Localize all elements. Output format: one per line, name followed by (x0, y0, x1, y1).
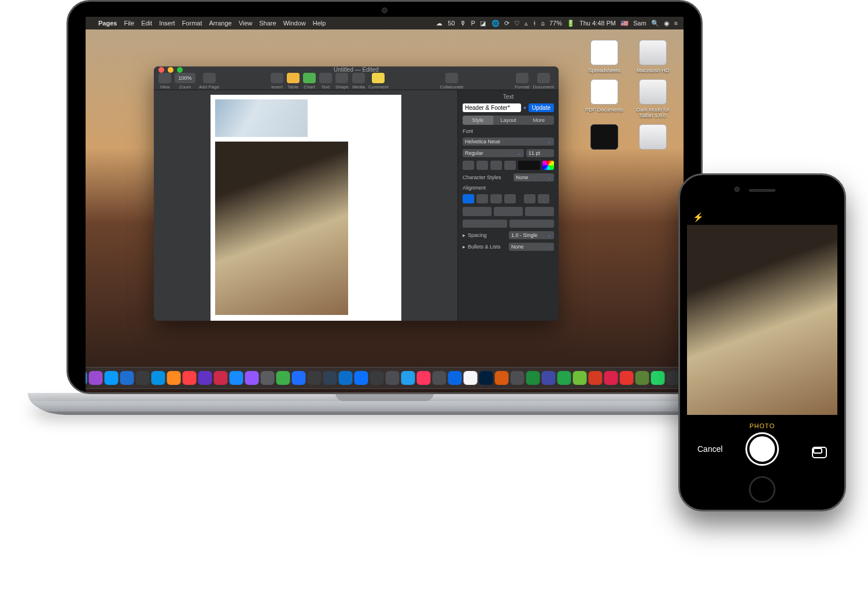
dock-app-27[interactable] (495, 371, 509, 385)
strike-button[interactable] (504, 161, 516, 170)
valign-top-button[interactable] (463, 207, 492, 216)
font-family-select[interactable]: Helvetica Neue⌄ (463, 138, 554, 146)
menu-arrange[interactable]: Arrange (209, 20, 231, 27)
indent-left-field[interactable] (463, 220, 507, 228)
dock-app-37[interactable] (651, 371, 665, 385)
dock-app-17[interactable] (339, 371, 353, 385)
menubar-app-name[interactable]: Pages (98, 20, 117, 27)
align-right-button[interactable] (490, 194, 502, 203)
dock-app-16[interactable] (323, 371, 337, 385)
dock-app-21[interactable] (401, 371, 415, 385)
dock-app-6[interactable] (167, 371, 181, 385)
toolbar-view[interactable]: View (158, 73, 171, 90)
desktop-item-pdf-documents[interactable]: PDF Documents (584, 79, 625, 118)
toolbar-chart[interactable]: Chart (303, 73, 316, 90)
inserted-image-1[interactable] (215, 99, 308, 137)
desktop-item-app[interactable] (584, 124, 625, 152)
spotlight-icon[interactable]: 🔍 (651, 20, 659, 27)
dock-app-18[interactable] (354, 371, 368, 385)
dock-app-2[interactable] (105, 371, 119, 385)
toolbar-add-page[interactable]: Add Page (199, 73, 219, 90)
dock-app-20[interactable] (386, 371, 400, 385)
heart-icon[interactable]: ♡ (514, 20, 520, 27)
align-center-button[interactable] (477, 194, 488, 203)
wifi-icon[interactable]: ⩍ (541, 20, 545, 27)
cancel-button[interactable]: Cancel (697, 444, 723, 454)
sync-icon[interactable]: ⟳ (504, 20, 509, 27)
switch-camera-icon[interactable] (812, 447, 827, 458)
font-size-field[interactable]: 11 pt (526, 149, 554, 157)
dock-app-19[interactable] (370, 371, 384, 385)
dock-app-14[interactable] (292, 371, 306, 385)
menu-insert[interactable]: Insert (159, 20, 175, 27)
dock-app-28[interactable] (511, 371, 525, 385)
toolbar-zoom[interactable]: 100%Zoom (175, 73, 195, 90)
menu-file[interactable]: File (124, 20, 134, 27)
menu-share[interactable]: Share (259, 20, 276, 27)
toolbar-insert[interactable]: Insert (271, 73, 283, 90)
tab-layout[interactable]: Layout (493, 116, 524, 125)
valign-middle-button[interactable] (494, 207, 523, 216)
paragraph-style-select[interactable]: Header & Footer* (463, 103, 521, 112)
toolbar-table[interactable]: Table (287, 73, 300, 90)
color-picker-icon[interactable] (542, 161, 554, 170)
p-icon[interactable]: P (471, 20, 475, 27)
cloud-icon[interactable]: ☁ (436, 20, 443, 27)
toolbar-media[interactable]: Media (352, 73, 365, 90)
menu-window[interactable]: Window (283, 20, 306, 27)
toolbar-format[interactable]: Format (515, 73, 529, 90)
notification-center-icon[interactable]: ≡ (674, 20, 678, 27)
inserted-image-2[interactable] (215, 142, 348, 315)
dock-app-15[interactable] (308, 371, 322, 385)
pages-canvas[interactable] (154, 90, 457, 321)
paragraph-style-chevron-icon[interactable]: ▾ (523, 105, 526, 111)
menu-edit[interactable]: Edit (141, 20, 152, 27)
toolbar-comment[interactable]: Comment (368, 73, 389, 90)
menu-format[interactable]: Format (182, 20, 202, 27)
bold-button[interactable] (463, 161, 474, 170)
tab-style[interactable]: Style (463, 116, 493, 125)
dock-app-4[interactable] (136, 371, 150, 385)
window-titlebar[interactable]: Untitled — Edited (154, 66, 559, 73)
char-styles-select[interactable]: None⌄ (514, 173, 554, 181)
camera-viewfinder[interactable] (687, 225, 837, 415)
battery-icon[interactable]: 🔋 (567, 20, 575, 27)
battery-percent[interactable]: 77% (549, 20, 562, 27)
iphone-home-button[interactable] (749, 476, 775, 503)
dock-app-11[interactable] (245, 371, 259, 385)
bluetooth-icon[interactable]: ᚼ (533, 20, 537, 27)
globe-icon[interactable]: 🌐 (492, 20, 500, 27)
toolbar-collaborate[interactable]: Collaborate (440, 73, 464, 90)
close-button[interactable] (158, 67, 164, 73)
desktop-item-macintosh-hd[interactable]: Macintosh HD (633, 40, 673, 73)
flag-icon[interactable]: 🇺🇸 (620, 20, 629, 27)
toolbar-document[interactable]: Document (533, 73, 554, 90)
minimize-button[interactable] (168, 67, 173, 73)
dock-app-7[interactable] (183, 371, 197, 385)
desktop-item-dark-mode-safari[interactable]: Dark Mode for Safari 1.9.0 (633, 79, 673, 118)
dock-app-26[interactable] (479, 371, 493, 385)
dock-app-10[interactable] (230, 371, 243, 385)
toolbar-text[interactable]: Text (319, 73, 332, 90)
dock-app-29[interactable] (526, 371, 540, 385)
document-page[interactable] (210, 95, 401, 321)
tab-more[interactable]: More (523, 116, 554, 125)
dock-app-31[interactable] (557, 371, 571, 385)
maximize-button[interactable] (177, 67, 183, 73)
align-left-button[interactable] (463, 194, 474, 203)
dock-app-8[interactable] (198, 371, 212, 385)
update-style-button[interactable]: Update (529, 103, 554, 112)
bullets-row[interactable]: ▸ Bullets & Lists None⌄ (463, 243, 554, 251)
shutter-button[interactable] (747, 434, 777, 464)
app-badge-icon[interactable]: ◪ (480, 20, 487, 27)
desktop-item-spreadsheets[interactable]: Spreadsheets (584, 40, 625, 73)
dock-app-36[interactable] (636, 371, 649, 385)
mic-icon[interactable]: 🎙 (460, 20, 467, 27)
dock-app-23[interactable] (433, 371, 446, 385)
dock-app-33[interactable] (589, 371, 603, 385)
dock-app-32[interactable] (573, 371, 587, 385)
indent-right-field[interactable] (509, 220, 554, 228)
dock-app-30[interactable] (542, 371, 556, 385)
dock-app-12[interactable] (261, 371, 275, 385)
toolbar-shape[interactable]: Shape (335, 73, 349, 90)
